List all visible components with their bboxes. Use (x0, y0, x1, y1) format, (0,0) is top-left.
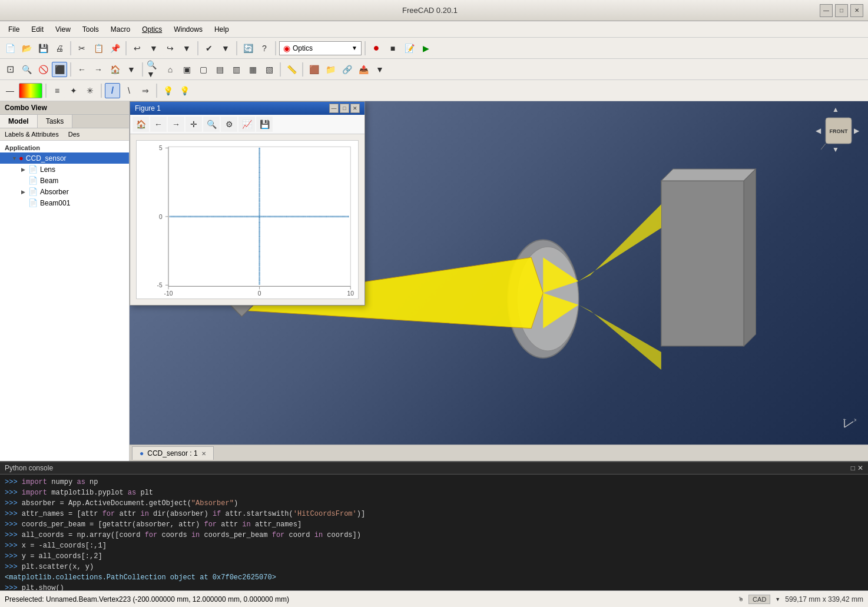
figure1-toolbar: 🏠 ← → ✛ 🔍 ⚙ 📈 💾 (130, 115, 365, 134)
tree-item-beam[interactable]: 📄 Beam (0, 175, 129, 186)
python-console-title: Python console (5, 464, 53, 472)
arrow-tool[interactable]: ⇒ (138, 83, 153, 98)
cut-button[interactable]: ✂ (74, 41, 90, 56)
light-off-button[interactable]: 💡 (160, 83, 175, 98)
view-right-button[interactable]: ▤ (212, 62, 227, 77)
figure1-minimize[interactable]: — (329, 104, 339, 113)
view-top-button[interactable]: ▢ (196, 62, 211, 77)
forward-button[interactable]: → (91, 62, 106, 77)
menu-macro[interactable]: Macro (105, 23, 136, 36)
view-front-button[interactable]: ▣ (179, 62, 194, 77)
menu-help[interactable]: Help (208, 23, 235, 36)
edit-macro-button[interactable]: 📝 (402, 41, 417, 56)
fig-pan-button[interactable]: ✛ (185, 117, 202, 132)
home-arrow-button[interactable]: ▼ (124, 62, 139, 77)
lens-label: Lens (40, 165, 55, 174)
tree-item-lens[interactable]: ▶ 📄 Lens (0, 164, 129, 175)
new-file-button[interactable]: 📄 (2, 41, 18, 56)
zoom-dropdown-button[interactable]: 🔍▼ (146, 62, 161, 77)
menu-optics[interactable]: Optics (136, 23, 168, 36)
check-button[interactable]: ✔ (201, 41, 217, 56)
star-tool[interactable]: ✦ (66, 83, 81, 98)
record-macro-button[interactable]: ● (369, 41, 384, 56)
redo-arrow-button[interactable]: ▼ (179, 41, 194, 56)
open-file-button[interactable]: 📂 (19, 41, 34, 56)
figure1-maximize[interactable]: □ (340, 104, 349, 113)
figure1-close[interactable]: ✕ (350, 104, 360, 113)
minimize-button[interactable]: — (820, 4, 833, 17)
zoom-fit-button[interactable]: ⊡ (2, 62, 18, 77)
fig-settings-button[interactable]: ⚙ (221, 117, 237, 132)
fig-zoom-button[interactable]: 🔍 (203, 117, 220, 132)
fig-chart-button[interactable]: 📈 (238, 117, 255, 132)
menu-view[interactable]: View (49, 23, 77, 36)
python-console-content[interactable]: >>> import numpy as np >>> import matplo… (0, 475, 868, 591)
close-button[interactable]: ✕ (850, 4, 863, 17)
figure1-window: Figure 1 — □ ✕ 🏠 ← → ✛ 🔍 ⚙ 📈 💾 (130, 101, 365, 306)
view-bottom-button[interactable]: ▦ (245, 62, 260, 77)
tree-item-absorber[interactable]: ▶ 📄 Absorber (0, 186, 129, 197)
copy-button[interactable]: 📋 (91, 41, 106, 56)
export-button[interactable]: 📤 (356, 62, 371, 77)
list-tool[interactable]: ≡ (49, 83, 65, 98)
check-arrow-button[interactable]: ▼ (218, 41, 233, 56)
run-macro-button[interactable]: ▶ (418, 41, 433, 56)
select-button[interactable]: ⬛ (52, 62, 67, 77)
measure-button[interactable]: 📏 (284, 62, 299, 77)
save-file-button[interactable]: 💾 (35, 41, 51, 56)
ccd-sensor-label: CCD_sensor (26, 154, 67, 162)
viewport[interactable]: Figure 1 — □ ✕ 🏠 ← → ✛ 🔍 ⚙ 📈 💾 (130, 101, 868, 461)
cad-badge[interactable]: CAD (748, 595, 770, 604)
slash-tool[interactable]: \ (121, 83, 137, 98)
maximize-button[interactable]: □ (835, 4, 848, 17)
help-button[interactable]: ? (257, 41, 272, 56)
labels-attributes-tab[interactable]: Labels & Attributes (2, 130, 61, 139)
fig-save-button[interactable]: 💾 (256, 117, 273, 132)
visibility-button[interactable]: 🚫 (35, 62, 51, 77)
tab-tasks[interactable]: Tasks (38, 115, 73, 128)
menu-windows[interactable]: Windows (168, 23, 208, 36)
tree-item-beam001[interactable]: 📄 Beam001 (0, 197, 129, 208)
menu-tools[interactable]: Tools (77, 23, 105, 36)
python-line-7: >>> x = -all_coords[:,1] (5, 540, 863, 551)
menu-edit[interactable]: Edit (25, 23, 49, 36)
print-button[interactable]: 🖨 (52, 41, 67, 56)
undo-arrow-button[interactable]: ▼ (146, 41, 161, 56)
tab-model[interactable]: Model (0, 115, 38, 128)
workbench-label: Optics (293, 44, 313, 52)
view-home-button[interactable]: ⌂ (163, 62, 178, 77)
part-button[interactable]: 🟫 (306, 62, 322, 77)
home-view-button[interactable]: 🏠 (107, 62, 122, 77)
line-tool[interactable]: — (2, 83, 18, 98)
fig-home-button[interactable]: 🏠 (132, 117, 149, 132)
undo-button[interactable]: ↩ (130, 41, 145, 56)
view-back-button[interactable]: ▧ (261, 62, 277, 77)
viewport-tab-ccd[interactable]: ● CCD_sensor : 1 ✕ (132, 446, 214, 460)
asterisk-tool[interactable]: ✳ (82, 83, 98, 98)
fig-forward-button[interactable]: → (168, 117, 184, 132)
python-close-button[interactable]: ✕ (857, 464, 863, 472)
draw-tool[interactable]: / (105, 83, 120, 98)
colored-bar[interactable] (19, 83, 42, 98)
view-left-button[interactable]: ▥ (228, 62, 244, 77)
export-arrow-button[interactable]: ▼ (372, 62, 387, 77)
redo-button[interactable]: ↪ (163, 41, 178, 56)
refresh-button[interactable]: 🔄 (240, 41, 256, 56)
back-button[interactable]: ← (74, 62, 90, 77)
paste-button[interactable]: 📌 (107, 41, 122, 56)
python-maximize-button[interactable]: □ (851, 464, 855, 472)
menu-file[interactable]: File (2, 23, 25, 36)
des-tab[interactable]: Des (66, 130, 82, 139)
zoom-in-button[interactable]: 🔍 (19, 62, 34, 77)
tab-dot: ● (140, 449, 144, 457)
workbench-dropdown[interactable]: ◉ Optics ▼ (279, 41, 362, 55)
folder-button[interactable]: 📁 (323, 62, 338, 77)
link-button[interactable]: 🔗 (339, 62, 355, 77)
svg-text:▶: ▶ (854, 127, 860, 135)
stop-macro-button[interactable]: ■ (385, 41, 400, 56)
light-on-button[interactable]: 💡 (177, 83, 192, 98)
nav-cube[interactable]: ▲ ▼ ◀ ▶ FRONT (815, 107, 862, 154)
tree-item-ccd-sensor[interactable]: ▼ ● CCD_sensor (0, 152, 129, 164)
fig-back-button[interactable]: ← (150, 117, 167, 132)
viewport-tab-close[interactable]: ✕ (201, 450, 206, 457)
